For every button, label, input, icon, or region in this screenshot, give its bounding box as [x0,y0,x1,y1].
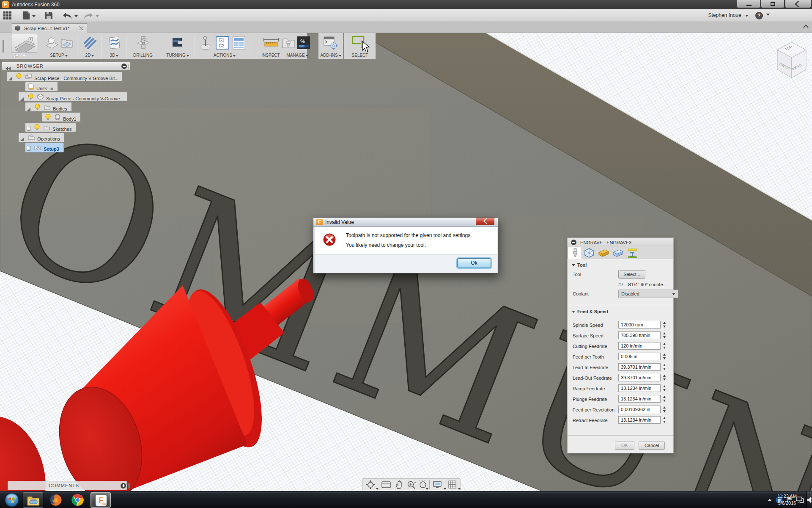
feed-per-tooth-input[interactable]: 0.005 in [618,353,661,360]
tool-section-header[interactable]: Tool [572,262,587,268]
start-button[interactable] [2,492,22,508]
comments-grip[interactable] [128,483,130,489]
taskbar-chrome[interactable] [68,492,88,508]
comments-bar[interactable]: COMMENTS [8,481,127,490]
tree-item-component[interactable]: Scrap Piece - Community V-Groove... [19,92,127,101]
save-icon[interactable] [45,11,53,22]
ribbon-group-2d[interactable]: 2D [79,33,101,59]
post-process-icon[interactable] [198,36,213,52]
tree-item-sketches[interactable]: Sketches [25,123,76,132]
setup-folder-icon[interactable] [60,36,74,52]
taskbar-fusion360[interactable]: F 360 [91,492,111,508]
user-menu[interactable]: Stephen Inoue [708,12,749,18]
spindle-speed-input[interactable]: 12000 rpm [618,321,661,329]
collapsed-icon[interactable] [27,146,30,150]
redo-arrow[interactable] [96,15,99,17]
dialog-ok-button[interactable]: Ok [457,258,491,268]
file-menu-icon[interactable] [23,11,30,22]
grid-menu-arrow[interactable] [458,484,461,491]
stepper[interactable] [662,406,667,413]
expand-icon[interactable] [27,108,30,111]
collapse-browser-icon[interactable] [5,64,11,72]
feeds-library-icon[interactable]: % [297,36,310,51]
app-grid-icon[interactable] [3,11,13,22]
taskbar-firefox[interactable] [46,492,66,508]
tab-heights[interactable] [596,247,611,259]
redo-icon[interactable] [83,12,94,23]
orbit-menu-arrow[interactable] [376,484,379,491]
display-menu-arrow[interactable] [444,484,446,491]
ribbon-group-setup[interactable]: SETUP [41,33,76,59]
expand-icon[interactable] [20,138,24,141]
show-desktop-button[interactable] [807,491,812,508]
tab-geometry[interactable] [582,247,596,259]
new-setup-icon[interactable] [45,36,59,52]
ramp-feedrate-input[interactable]: 13.1234 in/min [618,384,661,392]
tab-close-icon[interactable] [79,25,84,30]
engrave-ok-button[interactable]: OK [615,442,634,450]
tab-linking[interactable] [625,247,639,259]
stepper[interactable] [662,416,667,424]
ribbon-group-turning[interactable]: TURNING [162,33,194,59]
tool-select-button[interactable]: Select... [618,270,645,279]
close-button[interactable] [785,0,811,8]
help-icon[interactable]: ? [755,12,763,19]
stepper[interactable] [662,395,667,403]
browser-header[interactable]: BROWSER [2,62,130,70]
tool-library-icon[interactable] [282,36,296,52]
ribbon-group-manage[interactable]: % MANAGE [288,33,307,59]
plunge-feedrate-input[interactable]: 13.1234 in/min [618,395,661,403]
browser-grip[interactable] [129,64,130,69]
feed-per-revolution-input[interactable]: 0.00109362 in [618,406,661,413]
lead-out-feedrate-input[interactable]: 39.3701 in/min [618,374,661,381]
stepper[interactable] [662,342,667,350]
help-menu[interactable]: ? [755,11,770,19]
browser-minimize-icon[interactable] [121,64,127,69]
feed-section-header[interactable]: Feed & Speed [572,309,608,314]
pan-icon[interactable] [395,480,404,491]
ribbon-grip[interactable] [3,40,4,52]
cutting-feedrate-input[interactable]: 120 in/min [618,342,661,350]
orbit-icon[interactable] [366,480,375,491]
dialog-close-button[interactable] [476,218,494,225]
engrave-cancel-button[interactable]: Cancel [639,442,665,450]
2d-milling-icon[interactable] [83,36,97,52]
stepper[interactable] [662,363,667,371]
tree-item-body1[interactable]: Body1 [42,113,80,121]
tree-item-units[interactable]: Units: in [25,82,58,91]
tree-item-setup3[interactable]: Setup3 [25,143,63,152]
undo-icon[interactable] [62,12,73,23]
stepper[interactable] [662,353,667,360]
tree-item-bodies[interactable]: Bodies [25,102,71,111]
panel-minimize-icon[interactable] [571,240,576,245]
dialog-title-bar[interactable]: F Invalid Value [313,218,498,227]
surface-speed-input[interactable]: 785.398 ft/min [618,331,661,339]
cam-workspace-icon[interactable] [11,34,37,52]
engrave-header[interactable]: ENGRAVE : ENGRAVE3 [568,238,673,247]
stepper[interactable] [662,374,667,381]
look-at-icon[interactable] [381,480,391,491]
g-code-icon[interactable]: G1G2 [216,36,229,51]
setup-sheet-icon[interactable] [233,36,245,51]
3d-milling-icon[interactable] [107,36,122,52]
lead-in-feedrate-input[interactable]: 39.3701 in/min [618,363,661,371]
tab-passes[interactable] [611,247,625,259]
ribbon-group-drilling[interactable]: DRILLING [128,33,158,59]
tree-item-root[interactable]: Scrap Piece - Community V-Groove Bit... [7,72,122,81]
maximize-button[interactable] [761,0,785,8]
taskbar-clock[interactable]: 11:23 AM 5/6/2016 [769,493,805,506]
addins-icon[interactable] [324,36,338,52]
undo-arrow[interactable] [74,15,78,17]
visibility-bulb-icon[interactable] [16,75,22,80]
display-settings-icon[interactable] [433,480,443,491]
ribbon-group-3d[interactable]: 3D [103,33,125,59]
document-tab[interactable]: Scrap Piec...t Test v1* [11,23,88,33]
file-menu-arrow[interactable] [32,15,36,17]
visibility-bulb-icon[interactable] [45,116,51,121]
coolant-dropdown[interactable]: Disabled [618,290,678,298]
visibility-bulb-icon[interactable] [28,96,33,101]
ribbon-group-addins[interactable]: ADD-INS [318,33,343,59]
add-comment-icon[interactable] [121,483,126,489]
grid-settings-icon[interactable] [448,480,457,491]
visibility-bulb-icon[interactable] [34,126,40,131]
